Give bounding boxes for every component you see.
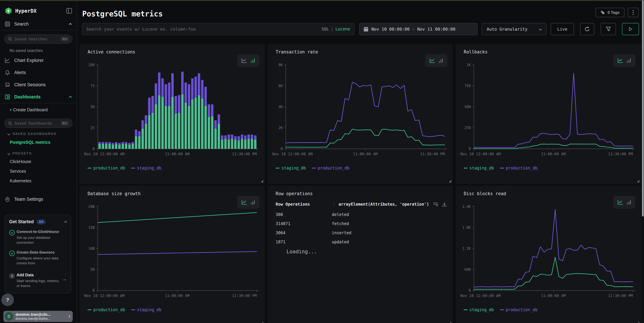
search-icon xyxy=(8,121,12,125)
chevron-up-icon[interactable] xyxy=(64,221,67,224)
step-title: Add Data xyxy=(16,272,61,278)
no-saved-searches-text: No saved searches xyxy=(0,44,77,54)
sidebar-item-dashboards[interactable]: Dashboards xyxy=(0,91,77,103)
svg-text:11:30:00 PM: 11:30:00 PM xyxy=(608,152,633,156)
svg-text:8K: 8K xyxy=(278,63,283,67)
legend-item[interactable]: staging_db xyxy=(276,166,306,170)
svg-text:1.8K: 1.8K xyxy=(462,226,471,230)
column-header[interactable]: arrayElement(Attributes, 'operation') xyxy=(338,202,433,207)
sidebar-item-team-settings[interactable]: Team Settings xyxy=(0,193,77,205)
svg-text:11:30:00 PM: 11:30:00 PM xyxy=(232,294,257,298)
sidebar-item-services[interactable]: Services xyxy=(0,166,77,176)
table-header: Row Operations ⋮ arrayElement(Attributes… xyxy=(276,202,447,207)
svg-text:2.4K: 2.4K xyxy=(462,204,471,209)
legend-item[interactable]: production_db xyxy=(500,308,538,312)
cell-operation: inserted xyxy=(332,230,352,235)
brand-name: HyperDX xyxy=(15,8,66,14)
bell-icon xyxy=(5,70,10,75)
legend-item[interactable]: staging_db xyxy=(131,308,162,312)
resize-handle-icon[interactable] xyxy=(261,180,263,182)
granularity-value: Auto Granularity xyxy=(487,27,540,32)
legend-item[interactable]: staging_db xyxy=(464,166,494,170)
refresh-icon xyxy=(584,26,590,32)
legend-item[interactable]: production_db xyxy=(500,166,538,170)
live-button[interactable]: Live xyxy=(551,23,574,35)
get-started-step-sources[interactable]: Create Data Sources Configure where your… xyxy=(9,250,67,266)
sidebar-item-client-sessions[interactable]: Client Sessions xyxy=(0,79,77,91)
column-header[interactable]: Row Operations xyxy=(276,202,332,207)
svg-text:11:30:00 PM: 11:30:00 PM xyxy=(232,152,257,156)
resize-handle-icon[interactable] xyxy=(637,180,639,182)
page-scrollbar[interactable] xyxy=(642,0,644,323)
sidebar-item-postgresql-metrics[interactable]: PostgreSQL metrics xyxy=(0,137,77,148)
svg-text:11:00:00 AM: 11:00:00 AM xyxy=(541,294,566,298)
user-menu[interactable]: D dominic.tran@clic... dominic.tran@clic… xyxy=(4,311,73,322)
collapse-sidebar-icon[interactable] xyxy=(66,8,72,14)
chart-explorer-icon xyxy=(5,58,10,63)
svg-text:1K: 1K xyxy=(466,63,471,67)
table-row[interactable]: 314071fetched xyxy=(276,219,447,228)
hyperdx-logo-icon xyxy=(5,7,12,14)
chevron-down-icon xyxy=(8,132,10,135)
svg-text:11:00:00 AM: 11:00:00 AM xyxy=(165,294,190,298)
arrow-right-icon: → xyxy=(61,272,67,288)
query-language-toggle[interactable]: SQL|Lucene xyxy=(322,27,350,32)
event-search-bar[interactable]: SQL|Lucene xyxy=(82,23,354,35)
resize-handle-icon[interactable] xyxy=(261,322,263,323)
saved-searches-input[interactable]: Saved Searches ⌘K xyxy=(4,34,72,44)
download-icon[interactable] xyxy=(442,202,447,207)
resize-handle-icon[interactable] xyxy=(449,180,451,182)
tags-button[interactable]: 0 Tags xyxy=(596,8,624,17)
legend-item[interactable]: production_db xyxy=(88,166,125,170)
scrollbar-thumb[interactable] xyxy=(642,0,644,216)
step-title: Connect to ClickHouse xyxy=(16,229,67,234)
svg-text:11:00:00 AM: 11:00:00 AM xyxy=(353,152,378,156)
resize-handle-icon[interactable] xyxy=(637,322,639,323)
dashboards-icon xyxy=(5,94,10,100)
search-input[interactable] xyxy=(86,27,322,32)
svg-text:0: 0 xyxy=(468,147,471,151)
svg-text:Nov 10 12:00:00 AM: Nov 10 12:00:00 AM xyxy=(272,152,312,156)
chart-active-connections: 0255075100Nov 10 12:00:00 AM11:00:00 AM1… xyxy=(84,62,261,162)
filter-button[interactable] xyxy=(601,23,616,35)
svg-text:75: 75 xyxy=(90,84,95,88)
sidebar-item-kubernetes[interactable]: Kubernetes xyxy=(0,176,77,186)
lucene-option[interactable]: Lucene xyxy=(335,27,350,32)
sidebar-item-chart-explorer[interactable]: Chart Explorer xyxy=(0,54,77,66)
get-started-step-connect[interactable]: Connect to ClickHouse Set up your databa… xyxy=(9,229,67,245)
sidebar-item-clickhouse[interactable]: ClickHouse xyxy=(0,157,77,166)
wrap-lines-icon[interactable] xyxy=(433,202,438,207)
create-dashboard-button[interactable]: + Create Dashboard xyxy=(0,103,77,115)
granularity-select[interactable]: Auto Granularity xyxy=(482,23,546,35)
more-options-button[interactable] xyxy=(628,8,638,17)
svg-text:0: 0 xyxy=(280,147,283,151)
date-range-picker[interactable]: Nov 10 00:00:00 - Nov 11 00:00:00 xyxy=(359,23,478,35)
legend-item[interactable]: staging_db xyxy=(464,308,494,312)
panel-title: Database size growth xyxy=(88,191,140,196)
kebab-menu-icon xyxy=(632,10,634,15)
help-button[interactable]: ? xyxy=(1,294,14,306)
column-resize-handle[interactable]: ⋮ xyxy=(332,202,336,207)
panel-row-operations: Row operations Row Operations ⋮ arrayEle… xyxy=(268,186,453,323)
cell-count: 3064 xyxy=(276,230,332,235)
sidebar-item-alerts[interactable]: Alerts xyxy=(0,66,77,79)
legend-item[interactable]: staging_db xyxy=(131,166,162,170)
refresh-button[interactable] xyxy=(580,23,594,35)
get-started-step-add-data[interactable]: 3 Add Data Start sending logs, metrics, … xyxy=(9,272,67,288)
run-query-button[interactable] xyxy=(622,23,639,35)
legend-item[interactable]: production_db xyxy=(312,166,350,170)
chart-transaction-rate: 02K4K6K8KNov 10 12:00:00 AM11:00:00 AM11… xyxy=(272,62,449,162)
legend-item[interactable]: production_db xyxy=(88,308,125,312)
table-row[interactable]: 308deleted xyxy=(276,210,447,219)
sidebar-item-search[interactable]: Search xyxy=(0,16,77,30)
presets-section[interactable]: PRESETS xyxy=(0,148,77,157)
saved-dashboards-section[interactable]: SAVED DASHBOARDS xyxy=(0,128,77,137)
table-row[interactable]: 1871updated xyxy=(276,238,447,246)
table-row[interactable]: 3064inserted xyxy=(276,228,447,238)
resize-handle-icon[interactable] xyxy=(449,322,451,323)
saved-dashboards-input[interactable]: Saved Dashboards ⌘K xyxy=(4,119,72,128)
sql-option[interactable]: SQL xyxy=(322,27,329,32)
svg-text:Nov 10 12:00:00 AM: Nov 10 12:00:00 AM xyxy=(460,294,500,298)
svg-text:750: 750 xyxy=(464,84,471,88)
page-title: PostgreSQL metrics xyxy=(82,10,163,18)
